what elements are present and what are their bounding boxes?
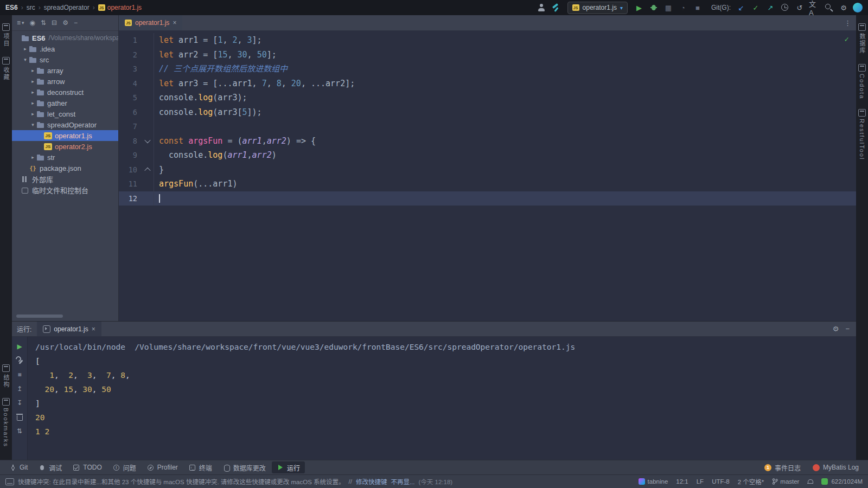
breadcrumb-src[interactable]: src [27, 4, 35, 11]
hide-run-panel-icon[interactable]: − [845, 325, 850, 333]
wrench-icon[interactable] [14, 355, 25, 366]
toolwindow-button-debug[interactable]: 调试 [34, 461, 67, 473]
line-number[interactable]: 3 [119, 62, 142, 76]
tree-item[interactable]: ▸array [12, 65, 118, 76]
tree-item[interactable]: ▸arrow [12, 76, 118, 87]
code-line[interactable]: 7 [119, 119, 856, 134]
build-hammer-icon[interactable] [551, 2, 561, 13]
tree-item[interactable]: ▸let_const [12, 108, 118, 119]
ide-settings-gear-icon[interactable]: ⚙ [838, 2, 849, 13]
chevron-right-icon[interactable]: ▸ [22, 46, 29, 52]
toolwindow-button-db-changes[interactable]: 数据库更改 [218, 461, 271, 473]
avatar[interactable] [853, 3, 863, 12]
memory-indicator[interactable]: 622/1024M [821, 478, 863, 485]
coverage-icon[interactable]: ▦ [663, 2, 674, 13]
code-line[interactable]: 9 console.log(arr1,arr2) [119, 148, 856, 163]
toolwindow-button-todo[interactable]: TODO [68, 461, 106, 473]
chevron-right-icon[interactable]: ▸ [29, 100, 36, 106]
run-button-icon[interactable]: ▶ [634, 2, 644, 13]
run-tab[interactable]: operator1.js × [37, 322, 101, 336]
commit-icon[interactable]: ✓ [750, 2, 761, 13]
chevron-down-icon[interactable]: ▾ [29, 122, 36, 127]
scroll-down-icon[interactable]: ↧ [14, 397, 25, 408]
stop-icon[interactable]: ■ [692, 2, 703, 13]
search-everywhere-icon[interactable] [824, 2, 834, 13]
fold-marker-icon[interactable] [144, 137, 150, 143]
console-output[interactable]: /usr/local/bin/node /Volumes/share/works… [28, 337, 856, 461]
tool-button-bookmarks[interactable]: Bookmarks [2, 393, 10, 452]
tool-button-structure[interactable]: 结构 [2, 359, 10, 393]
chevron-right-icon[interactable]: ▸ [29, 155, 36, 160]
inspections-ok-icon[interactable]: ✓ [845, 35, 849, 43]
tree-item[interactable]: JSoperator2.js [12, 141, 118, 152]
code-line[interactable]: 3// 三个点展开数组然后放进数组中 [119, 62, 856, 76]
line-number[interactable]: 12 [119, 191, 142, 206]
tree-item[interactable]: 临时文件和控制台 [12, 184, 118, 195]
chevron-right-icon[interactable]: ▸ [29, 111, 36, 117]
line-number[interactable]: 7 [119, 119, 142, 134]
project-view-menu[interactable]: ≡ ▾ [17, 19, 24, 27]
scroll-up-icon[interactable]: ↥ [14, 383, 25, 394]
code-line[interactable]: 1let arr1 = [1, 2, 3]; [119, 33, 856, 48]
chevron-right-icon[interactable]: ▸ [29, 89, 36, 95]
editor-tab[interactable]: JS operator1.js × [119, 15, 182, 30]
code-line[interactable]: 8const argsFun = (arr1,arr2) => { [119, 134, 856, 149]
code-line[interactable]: 10} [119, 163, 856, 177]
code-line[interactable]: 4let arr3 = [...arr1, 7, 8, 20, ...arr2]… [119, 76, 856, 91]
rerun-icon[interactable]: ▶ [14, 341, 25, 352]
line-number[interactable]: 2 [119, 48, 142, 62]
user-settings-icon[interactable] [536, 2, 547, 13]
tool-button-project[interactable]: 项目 [2, 18, 10, 52]
chevron-down-icon[interactable]: ▾ [22, 57, 29, 62]
tree-item[interactable]: ES6/Volumes/share/workspac [12, 33, 118, 43]
tree-item[interactable]: ▸.idea [12, 43, 118, 54]
line-number[interactable]: 1 [119, 33, 142, 48]
tree-item[interactable]: ▾spreadOperator [12, 119, 118, 130]
toolwindow-button-profiler[interactable]: Profiler [142, 461, 183, 473]
soft-wrap-icon[interactable]: ⇅ [14, 426, 25, 436]
toolwindow-button-run[interactable]: 运行 [272, 461, 305, 473]
line-number[interactable]: 9 [119, 148, 142, 163]
indent-setting[interactable]: 2 个空格* [738, 477, 764, 486]
chevron-right-icon[interactable]: ▸ [29, 79, 36, 84]
notifications-icon[interactable] [807, 479, 813, 485]
horizontal-scrollbar[interactable] [16, 314, 63, 318]
chevron-right-icon[interactable]: ▸ [29, 68, 36, 73]
breadcrumb-spreadoperator[interactable]: spreadOperator [44, 4, 90, 11]
run-settings-gear-icon[interactable]: ⚙ [833, 325, 839, 333]
debug-bug-icon[interactable] [648, 2, 659, 13]
code-line[interactable]: 12 [119, 191, 856, 206]
line-number[interactable]: 6 [119, 105, 142, 120]
editor[interactable]: 1let arr1 = [1, 2, 3];2let arr2 = [15, 3… [119, 31, 856, 321]
line-number[interactable]: 8 [119, 134, 142, 149]
tree-item[interactable]: {}package.json [12, 163, 118, 174]
toolwindow-button-problems[interactable]: 问题 [108, 461, 141, 473]
stop-icon[interactable]: ■ [14, 369, 25, 380]
tree-item[interactable]: ▾src [12, 54, 118, 65]
breadcrumb-file[interactable]: operator1.js [107, 4, 142, 11]
tool-button-codota[interactable]: Codota [858, 59, 866, 104]
close-run-tab-icon[interactable]: × [92, 325, 95, 333]
dont-show-link[interactable]: 不再显... [391, 477, 414, 486]
line-ending[interactable]: LF [697, 478, 704, 485]
tool-button-database[interactable]: 数据库 [858, 18, 866, 59]
code-line[interactable]: 5console.log(arr3); [119, 91, 856, 105]
tree-item[interactable]: ▸gather [12, 98, 118, 108]
hide-panel-icon[interactable]: − [74, 19, 78, 27]
run-config-selector[interactable]: JS operator1.js ▾ [567, 2, 628, 14]
close-tab-icon[interactable]: × [173, 19, 176, 27]
tree-item[interactable]: JSoperator1.js [12, 130, 118, 141]
expand-collapse-icon[interactable]: ⇅ [41, 19, 46, 27]
tabnine-widget[interactable]: tabnine [639, 478, 668, 485]
line-number[interactable]: 10 [119, 163, 142, 177]
locate-file-icon[interactable]: ◉ [30, 19, 35, 27]
fold-gutter[interactable] [142, 168, 154, 172]
git-branch-widget[interactable]: master [772, 478, 799, 485]
update-project-icon[interactable]: ↙ [736, 2, 746, 13]
line-number[interactable]: 4 [119, 76, 142, 91]
collapse-all-icon[interactable]: ⊟ [52, 19, 57, 27]
toolwindow-button-mybatis-log[interactable]: MyBatis Log [808, 461, 864, 473]
tool-button-favorites[interactable]: 收藏 [2, 52, 10, 86]
breadcrumb-project[interactable]: ES6 [5, 4, 18, 11]
tree-item[interactable]: ▸deconstruct [12, 87, 118, 98]
